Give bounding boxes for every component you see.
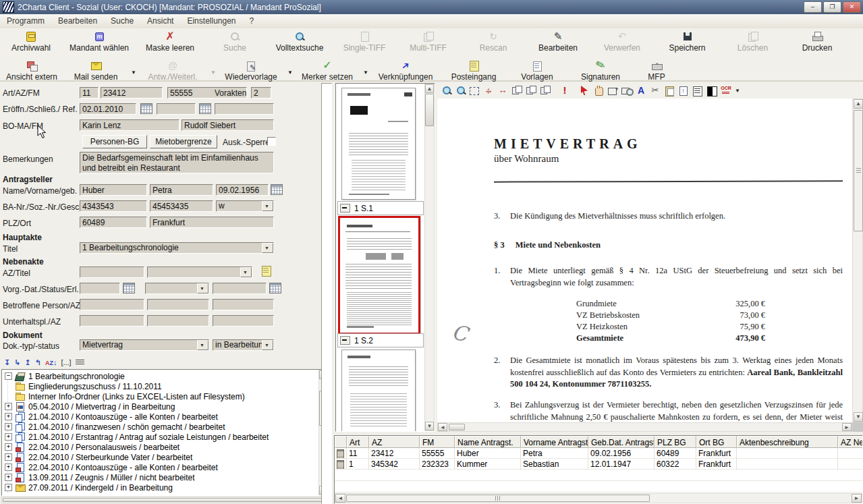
tree-expander-icon[interactable] xyxy=(5,413,12,420)
menu-einstellungen[interactable]: Einstellungen xyxy=(180,14,242,28)
eroeffn-date-field[interactable] xyxy=(80,103,136,115)
plz-field[interactable] xyxy=(80,217,147,228)
volltextsuche-button[interactable]: Volltextsuche xyxy=(266,31,333,53)
ort-field[interactable] xyxy=(150,217,274,228)
chevron-down-icon[interactable] xyxy=(240,267,252,277)
geburtsdatum-field[interactable] xyxy=(216,184,269,196)
scroll-left-icon[interactable]: ◄ xyxy=(335,494,345,503)
line-view-icon[interactable] xyxy=(76,360,84,366)
thumbnails-scrollbar[interactable]: ▲ ▼ xyxy=(424,84,435,431)
tree-expander-icon[interactable] xyxy=(5,484,12,491)
tree-item[interactable]: 27.09.2011 / Kindergeld / in Bearbeitung xyxy=(3,482,318,493)
menu-programm[interactable]: Programm xyxy=(0,14,51,28)
mfp-button[interactable]: MFP xyxy=(633,60,680,82)
chevron-down-icon[interactable] xyxy=(262,340,273,350)
vorakten-field[interactable] xyxy=(251,87,271,99)
tree-expand-down-icon[interactable]: ↧ xyxy=(4,358,10,367)
result-row[interactable]: 1 345342 232323 Kummer Sebastian 12.01.1… xyxy=(335,459,862,470)
tree-item[interactable]: 22.04.2010 / Personalausweis / bearbeite… xyxy=(3,442,318,452)
thumbnail-page-1[interactable] xyxy=(341,88,416,200)
vorname-field[interactable] xyxy=(150,184,213,196)
chevron-down-icon[interactable] xyxy=(197,283,208,293)
close-button[interactable]: ✕ xyxy=(843,1,861,13)
scrollbar-thumb[interactable] xyxy=(449,424,465,430)
column-header[interactable]: PLZ BG xyxy=(655,436,696,448)
ausk-sperre-checkbox[interactable] xyxy=(267,137,276,146)
collapse-thumbnail-icon[interactable] xyxy=(340,336,350,345)
unterhalt-field-2[interactable] xyxy=(147,315,209,327)
viewer-vertical-scrollbar[interactable]: ▲ ▼ xyxy=(852,99,863,422)
minimize-button[interactable]: – xyxy=(804,1,822,13)
thumbnail-page-2-selected[interactable] xyxy=(338,216,420,335)
tree-expander-icon[interactable] xyxy=(5,423,12,430)
merker-setzen-button[interactable]: Merker setzen xyxy=(294,60,360,82)
ocr-icon[interactable] xyxy=(720,85,732,96)
tree-item[interactable]: 13.09.2011 / Zeugnis / Müller / nicht be… xyxy=(3,472,318,482)
column-header[interactable]: Name Antragst. xyxy=(455,436,521,448)
menu-bearbeiten[interactable]: Bearbeiten xyxy=(51,14,104,28)
betroffene-person-field-1[interactable] xyxy=(80,299,144,310)
tree-expander-icon[interactable] xyxy=(5,372,12,380)
pan-hand-icon[interactable] xyxy=(592,85,605,96)
tree-collapse-top-icon[interactable]: ↰ xyxy=(35,358,41,367)
calendar-icon[interactable] xyxy=(123,283,135,293)
tree-expander-icon[interactable] xyxy=(5,403,12,410)
ba-nr-field[interactable] xyxy=(80,200,147,212)
calendar-icon[interactable] xyxy=(199,103,211,114)
maske-leeren-button[interactable]: Maske leeren xyxy=(136,31,204,53)
column-header[interactable]: FM xyxy=(420,436,455,448)
scrollbar-thumb[interactable] xyxy=(346,495,650,502)
schliess-date-field[interactable] xyxy=(157,103,196,115)
nebenakte-titel-select[interactable] xyxy=(147,267,252,278)
geschlecht-select[interactable]: w xyxy=(216,200,274,212)
select-area-icon[interactable] xyxy=(468,85,480,96)
chevron-down-icon[interactable]: ▼ xyxy=(362,69,370,76)
bemerkungen-field[interactable]: Die Bedarfsgemeinschaft lebt im Einfamil… xyxy=(80,152,274,173)
scroll-right-icon[interactable]: ► xyxy=(852,494,862,503)
tree-item[interactable]: 1 Bearbeitungschronologie xyxy=(3,371,318,381)
tree-item[interactable]: 05.04.2010 / Mietvertrag / in Bearbeitun… xyxy=(3,401,318,412)
calendar-icon[interactable] xyxy=(269,283,281,293)
erledigt-field[interactable] xyxy=(213,283,267,294)
tree-collapse-up-icon[interactable]: ↥ xyxy=(24,358,30,367)
tree-item[interactable]: 21.04.2010 / Kontoauszüge - alle Konten … xyxy=(3,412,318,422)
thumbnail-page-3[interactable] xyxy=(341,349,416,432)
tree-item[interactable]: 21.04.2010 / finanzwesen / schön gemacht… xyxy=(3,422,318,432)
zoom-out-icon[interactable] xyxy=(454,85,466,96)
tree-item[interactable]: Interner Info-Ordner (Links zu EXCEL-Lis… xyxy=(3,391,318,401)
goto-page-icon[interactable] xyxy=(539,85,551,96)
results-horizontal-scrollbar[interactable]: ◄ ► xyxy=(335,493,862,503)
tree-item[interactable]: 22.04.2010 / Sterbeurkunde Vater / bearb… xyxy=(3,452,318,462)
unterhalt-field-3[interactable] xyxy=(213,315,274,327)
scrollbar-thumb[interactable] xyxy=(3,498,328,502)
nebenakte-az-field[interactable] xyxy=(80,267,144,278)
betroffene-person-field-3[interactable] xyxy=(213,299,274,310)
pointer-tool-icon[interactable] xyxy=(578,85,590,96)
text-annotation-icon[interactable] xyxy=(635,85,647,96)
dok-status-select[interactable]: in Bearbeitung xyxy=(213,339,274,351)
column-header[interactable]: AZ xyxy=(369,436,420,448)
speichern-button[interactable]: Speichern xyxy=(654,31,721,53)
result-row[interactable]: 11 23412 55555 Huber Petra 09.02.1956 60… xyxy=(335,448,862,459)
hauptakte-titel-select[interactable]: 1 Bearbeitungschronologie xyxy=(80,242,274,254)
verknuepfungen-button[interactable]: Verknüpfungen xyxy=(370,60,441,82)
swap-pages-icon[interactable] xyxy=(511,85,523,96)
scroll-right-icon[interactable]: ► xyxy=(842,423,852,431)
column-header[interactable]: AZ Nebe xyxy=(838,436,863,448)
chevron-down-icon[interactable] xyxy=(262,243,273,253)
zoom-region-icon[interactable] xyxy=(621,85,633,96)
art-field[interactable] xyxy=(80,87,99,99)
invert-colors-icon[interactable] xyxy=(706,85,718,96)
tree-item[interactable]: 21.04.2010 / Erstantrag / Antrag auf soz… xyxy=(3,432,318,442)
column-header[interactable]: Ort BG xyxy=(696,436,737,448)
vorlagen-button[interactable]: Vorlagen xyxy=(506,60,568,82)
menu-help[interactable]: ? xyxy=(243,14,261,28)
ellipsis-icon[interactable]: [...] xyxy=(61,358,71,366)
wiedervorlage-button[interactable]: Wiedervorlage xyxy=(217,60,285,82)
cut-icon[interactable] xyxy=(649,85,661,96)
scrollbar-thumb[interactable] xyxy=(854,110,863,231)
ref-field[interactable] xyxy=(215,103,274,115)
scrollbar-thumb[interactable] xyxy=(425,94,434,126)
drucken-button[interactable]: Drucken xyxy=(785,31,850,53)
fit-width-icon[interactable] xyxy=(497,85,509,96)
